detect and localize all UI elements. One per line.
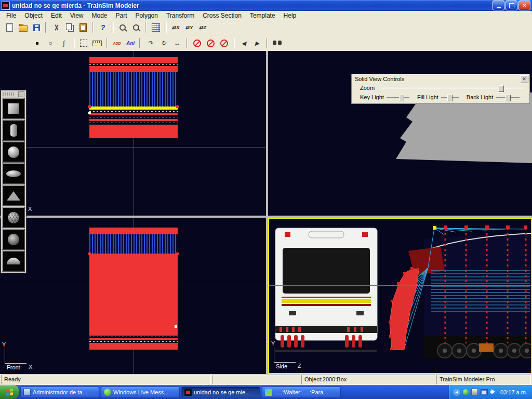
status-app-name: TrainSim Modeler Pro [436,375,531,384]
toolbar-separator [233,38,235,48]
network-tray-icon[interactable] [481,389,488,395]
taskbar-task-trainsim[interactable]: unidad no se qe mie... [181,387,260,398]
messenger-tray-icon[interactable] [463,389,469,395]
viewport-front-view[interactable]: Y Front X [0,218,266,374]
object-red-band [89,343,178,350]
menu-item-object[interactable]: Object [20,11,47,20]
tool-geosphere-button[interactable] [2,207,25,228]
minimize-button[interactable] [493,1,504,10]
paste-clipboard-icon [79,23,87,32]
object-dashed-line [89,121,178,125]
menu-item-cross-section[interactable]: Cross Section [198,11,246,20]
palette-grip[interactable] [2,91,25,97]
toolbar-separator [73,38,75,48]
trainsim-icon [184,389,192,396]
move-points-button[interactable]: ↷ [144,37,156,49]
tool-cylinder-button[interactable] [2,119,25,141]
close-button[interactable]: ✕ [518,1,530,10]
ellipse-tool-button[interactable]: ○ [44,37,57,49]
scale-points-button[interactable]: ↔ [171,37,183,49]
axis-label-z: Z [298,363,301,369]
tool-dome-button[interactable] [2,250,25,272]
workspace: X Y Fr [0,51,532,374]
tool-lowpoly-sphere-button[interactable] [2,229,25,250]
save-button[interactable] [30,21,43,34]
grid-button[interactable] [150,21,162,34]
device-tray-icon[interactable] [471,389,478,395]
titlebar[interactable]: unidad no se qe mierda - TrainSim Modele… [0,0,532,11]
rotate-icon: ↻ [161,40,166,46]
fill-light-thumb[interactable] [447,95,453,101]
point-tool-button[interactable] [31,37,43,49]
taskbar: Administrador de ta... Windows Live Mess… [0,385,532,399]
lock-polygons-button[interactable] [204,37,217,49]
axis-label-y: Y [271,340,275,347]
lock-points-button[interactable] [191,37,203,49]
selected-vertex-marker[interactable] [175,325,177,328]
open-button[interactable] [17,21,29,34]
menu-item-part[interactable]: Part [112,11,131,20]
start-button[interactable] [0,385,19,399]
key-light-thumb[interactable] [399,95,404,101]
tool-sphere-button[interactable] [2,141,25,163]
tool-wedge-button[interactable] [2,185,25,206]
slider-track[interactable] [387,97,409,98]
menu-item-view[interactable]: View [66,11,88,20]
animation-button[interactable]: Ani [124,37,137,49]
light-controls-row: Key Light Fill Light Back Light [352,92,529,102]
previous-button[interactable]: ◀ [237,37,250,49]
volume-tray-icon[interactable] [490,389,496,395]
new-button[interactable] [3,21,16,34]
flip-z-button[interactable]: ⇄Z [196,21,209,34]
selected-vertex-marker[interactable] [88,112,91,114]
rotate-points-button[interactable]: ↻ [157,37,170,49]
help-button[interactable]: ? [97,21,109,34]
copy-button[interactable] [63,21,76,34]
fill-light-slider[interactable] [441,94,459,101]
ellipse-icon: ○ [48,40,52,46]
add-points-button[interactable]: ADD [111,37,123,49]
palette-close-button[interactable]: ✕ [520,75,528,83]
paste-button[interactable] [77,21,89,34]
zoom-out-button[interactable] [130,21,142,34]
taskbar-task-admin[interactable]: Administrador de ta... [20,387,99,398]
axis-line-vertical [274,347,274,362]
back-light-slider[interactable] [496,94,520,101]
select-tool-button[interactable] [77,37,90,49]
flip-x-button[interactable]: ⇄X [169,21,182,34]
back-light-thumb[interactable] [506,95,511,101]
menu-item-template[interactable]: Template [246,11,280,20]
tool-cube-button[interactable] [2,98,25,119]
zoom-slider[interactable] [381,85,524,91]
next-button[interactable]: ▶ [251,37,263,49]
cylinder-icon [10,124,17,137]
taskbar-task-messenger[interactable]: Windows Live Mess... [101,387,180,398]
zoom-in-button[interactable] [116,21,129,34]
menu-item-edit[interactable]: Edit [47,11,66,20]
viewport-side-view[interactable]: Y Side Z [268,218,532,374]
key-light-slider[interactable] [387,94,409,101]
menu-item-file[interactable]: File [2,11,20,20]
curve-tool-button[interactable]: ∫ [58,37,70,49]
lock-parts-button[interactable] [218,37,230,49]
cut-button[interactable] [50,21,62,34]
taskbar-task-conversation[interactable]: .....:Walter:.....:Para... [262,387,341,398]
menu-item-polygon[interactable]: Polygon [131,11,162,20]
tool-ellipsoid-button[interactable] [2,163,25,184]
restore-button[interactable] [506,1,517,10]
box-object-top-view[interactable] [89,57,178,138]
object-red-band [89,66,178,72]
menu-item-help[interactable]: Help [280,11,301,20]
zoom-slider-thumb[interactable] [499,85,504,92]
menu-item-mode[interactable]: Mode [88,11,112,20]
object-dashed-line [89,110,178,113]
solid-view-controls-titlebar[interactable]: Solid View Controls ✕ [352,74,529,83]
hidden-icons-chevron[interactable]: ◀ [453,389,460,396]
menu-item-transform[interactable]: Transform [162,11,198,20]
palette-menu-button[interactable] [18,91,24,97]
find-button[interactable] [271,37,283,49]
measure-tool-button[interactable] [91,37,103,49]
flip-y-button[interactable]: ⇄Y [183,21,195,34]
box-object-front-view[interactable] [89,228,178,350]
viewport-top-view[interactable]: X [0,51,266,216]
